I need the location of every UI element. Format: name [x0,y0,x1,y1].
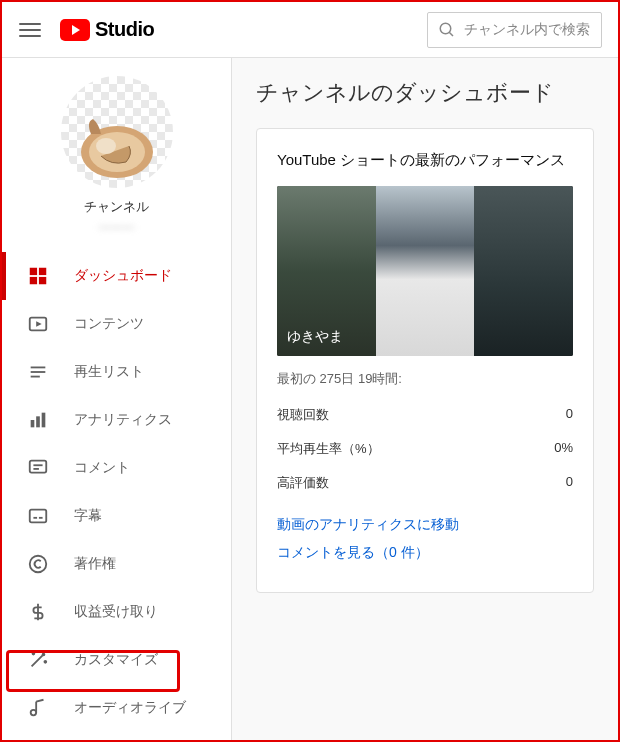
svg-marker-10 [36,321,42,327]
channel-name: ——— [2,220,231,234]
nav-label: カスタマイズ [74,651,158,669]
video-icon [26,312,50,336]
nav-label: 著作権 [74,555,116,573]
svg-point-0 [440,23,451,34]
youtube-studio-logo[interactable]: Studio [60,18,154,41]
shorts-performance-card: YouTube ショートの最新のパフォーマンス ゆきやま 最初の 275日 19… [256,128,594,593]
nav-label: 字幕 [74,507,102,525]
sidebar-item-dashboard[interactable]: ダッシュボード [2,252,231,300]
stat-row-likes: 高評価数 0 [277,466,573,500]
wand-icon [26,648,50,672]
svg-rect-16 [42,413,46,428]
card-title: YouTube ショートの最新のパフォーマンス [277,149,573,172]
nav-label: コンテンツ [74,315,144,333]
nav-list: ダッシュボード コンテンツ 再生リスト アナリティクス コメント 字幕 [2,252,231,740]
stat-value: 0 [566,406,573,424]
search-icon [438,21,456,39]
svg-point-23 [30,556,47,573]
dollar-icon [26,600,50,624]
sidebar-item-copyright[interactable]: 著作権 [2,540,231,588]
stat-row-avg: 平均再生率（%） 0% [277,432,573,466]
sidebar-item-audio[interactable]: オーディオライブ [2,684,231,732]
sidebar-item-monetization[interactable]: 収益受け取り [2,588,231,636]
avatar-image [71,104,163,182]
video-title: ゆきやま [287,328,343,346]
dashboard-icon [26,264,50,288]
nav-label: アナリティクス [74,411,172,429]
comments-link[interactable]: コメントを見る（0 件） [277,544,573,562]
stat-label: 視聴回数 [277,406,329,424]
nav-label: コメント [74,459,130,477]
nav-label: オーディオライブ [74,699,186,717]
video-thumbnail[interactable]: ゆきやま [277,186,573,356]
svg-line-25 [32,655,43,666]
stat-label: 高評価数 [277,474,329,492]
copyright-icon [26,552,50,576]
nav-label: ダッシュボード [74,267,172,285]
hamburger-menu-icon[interactable] [18,18,42,42]
svg-rect-5 [30,268,37,275]
svg-point-4 [96,138,116,154]
sidebar-item-comments[interactable]: コメント [2,444,231,492]
main-content: チャンネルのダッシュボード YouTube ショートの最新のパフォーマンス ゆき… [232,58,618,740]
comment-icon [26,456,50,480]
svg-rect-20 [30,510,47,523]
nav-label: 再生リスト [74,363,144,381]
stats-header: 最初の 275日 19時間: [277,370,573,388]
search-input[interactable]: チャンネル内で検索 [427,12,602,48]
svg-rect-17 [30,461,47,473]
svg-rect-15 [36,416,40,427]
subtitles-icon [26,504,50,528]
channel-label: チャンネル [2,198,231,216]
stat-label: 平均再生率（%） [277,440,380,458]
sidebar-item-settings[interactable]: 設定 [2,732,231,740]
channel-section: チャンネル ——— [2,58,231,244]
svg-line-1 [449,32,453,36]
music-icon [26,696,50,720]
sidebar-item-customize[interactable]: カスタマイズ [2,636,231,684]
nav-label: 収益受け取り [74,603,158,621]
channel-avatar[interactable] [61,76,173,188]
sidebar-item-analytics[interactable]: アナリティクス [2,396,231,444]
svg-rect-6 [39,268,46,275]
search-placeholder: チャンネル内で検索 [464,21,590,39]
stat-value: 0% [554,440,573,458]
analytics-link[interactable]: 動画のアナリティクスに移動 [277,516,573,534]
stat-value: 0 [566,474,573,492]
svg-rect-7 [30,277,37,284]
svg-rect-14 [31,420,35,427]
svg-point-28 [44,661,46,663]
app-header: Studio チャンネル内で検索 [2,2,618,58]
svg-point-26 [43,654,45,656]
svg-line-31 [36,700,43,702]
sidebar-item-subtitles[interactable]: 字幕 [2,492,231,540]
playlist-icon [26,360,50,384]
sidebar: チャンネル ——— ダッシュボード コンテンツ 再生リスト アナリティクス [2,58,232,740]
sidebar-item-content[interactable]: コンテンツ [2,300,231,348]
logo-text: Studio [95,18,154,41]
analytics-icon [26,408,50,432]
svg-rect-8 [39,277,46,284]
page-title: チャンネルのダッシュボード [256,78,594,108]
sidebar-item-playlists[interactable]: 再生リスト [2,348,231,396]
youtube-play-icon [60,19,90,41]
stat-row-views: 視聴回数 0 [277,398,573,432]
svg-point-27 [33,653,35,655]
